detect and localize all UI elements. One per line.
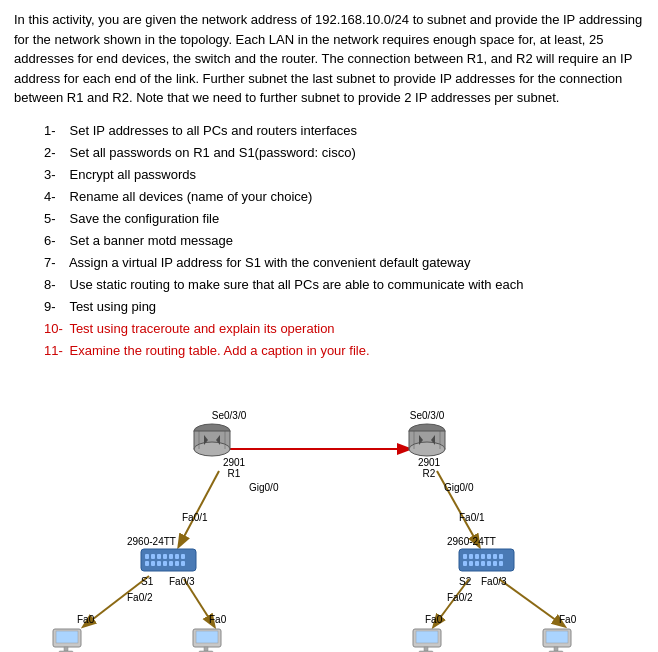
r1-gig-label: Gig0/0 [249,482,279,493]
r1-name: R1 [228,468,241,479]
svg-line-6 [499,579,564,626]
svg-rect-27 [175,554,179,559]
svg-rect-35 [181,561,185,566]
r1-fa-label: Fa0/1 [182,512,208,523]
svg-rect-29 [145,561,149,566]
task-11: 11- Examine the routing table. Add a cap… [44,340,644,362]
s1-model-label: 2960-24TT [127,536,176,547]
svg-rect-67 [546,631,568,643]
s1-name: S1 [141,576,154,587]
svg-point-9 [194,442,230,456]
svg-rect-25 [163,554,167,559]
svg-line-1 [179,471,219,546]
svg-rect-28 [181,554,185,559]
svg-rect-52 [56,631,78,643]
svg-rect-34 [175,561,179,566]
network-diagram: Se0/3/0 2901 R1 Gig0/0 Fa0/1 Se0/3/0 290… [19,381,639,652]
svg-rect-47 [481,561,485,566]
svg-rect-63 [424,647,428,651]
svg-rect-62 [416,631,438,643]
router-r1 [194,424,230,456]
switch-s2 [459,549,514,571]
r2-fa-label: Fa0/1 [459,512,485,523]
svg-rect-40 [481,554,485,559]
svg-rect-37 [463,554,467,559]
s2-fa0-left: Fa0 [425,614,443,625]
task-10: 10- Test using traceroute and explain it… [44,318,644,340]
r2-name: R2 [423,468,436,479]
s2-fa03-label: Fa0/3 [481,576,507,587]
task-3: 3- Encrypt all passwords [44,164,644,186]
task-5: 5- Save the configuration file [44,208,644,230]
s2-model-label: 2960-24TT [447,536,496,547]
s2-fa02-label: Fa0/2 [447,592,473,603]
pc1 [193,629,221,652]
svg-rect-23 [151,554,155,559]
svg-rect-43 [499,554,503,559]
svg-rect-42 [493,554,497,559]
task-8: 8- Use static routing to make sure that … [44,274,644,296]
switch-s1 [141,549,196,571]
task-4: 4- Rename all devices (name of your choi… [44,186,644,208]
svg-rect-57 [196,631,218,643]
svg-rect-58 [204,647,208,651]
svg-rect-53 [64,647,68,651]
svg-rect-32 [163,561,167,566]
svg-point-16 [409,442,445,456]
r1-se0-label: Se0/3/0 [212,410,247,421]
svg-rect-36 [459,549,514,571]
r2-gig-label: Gig0/0 [444,482,474,493]
pc2 [413,629,441,652]
s1-fa0-right: Fa0 [209,614,227,625]
s2-name: S2 [459,576,472,587]
svg-rect-48 [487,561,491,566]
r2-label: 2901 [418,457,441,468]
svg-rect-22 [145,554,149,559]
s1-fa0-left: Fa0 [77,614,95,625]
s2-fa0-right: Fa0 [559,614,577,625]
s1-fa03-label: Fa0/3 [169,576,195,587]
svg-rect-46 [475,561,479,566]
task-list: 1- Set IP addresses to all PCs and route… [44,120,644,363]
router-r2 [409,424,445,456]
svg-rect-31 [157,561,161,566]
pc3 [543,629,571,652]
svg-rect-30 [151,561,155,566]
svg-rect-24 [157,554,161,559]
r1-label: 2901 [223,457,246,468]
task-7: 7- Assign a virtual IP address for S1 wi… [44,252,644,274]
task-6: 6- Set a banner motd message [44,230,644,252]
pc0 [53,629,81,652]
intro-paragraph: In this activity, you are given the netw… [14,10,644,108]
svg-rect-41 [487,554,491,559]
svg-rect-21 [141,549,196,571]
r2-se0-label: Se0/3/0 [410,410,445,421]
svg-rect-44 [463,561,467,566]
svg-rect-68 [554,647,558,651]
task-9: 9- Test using ping [44,296,644,318]
task-1: 1- Set IP addresses to all PCs and route… [44,120,644,142]
svg-rect-33 [169,561,173,566]
s1-fa02-label: Fa0/2 [127,592,153,603]
svg-rect-26 [169,554,173,559]
svg-rect-45 [469,561,473,566]
svg-rect-38 [469,554,473,559]
task-2: 2- Set all passwords on R1 and S1(passwo… [44,142,644,164]
svg-rect-39 [475,554,479,559]
svg-rect-49 [493,561,497,566]
svg-rect-50 [499,561,503,566]
